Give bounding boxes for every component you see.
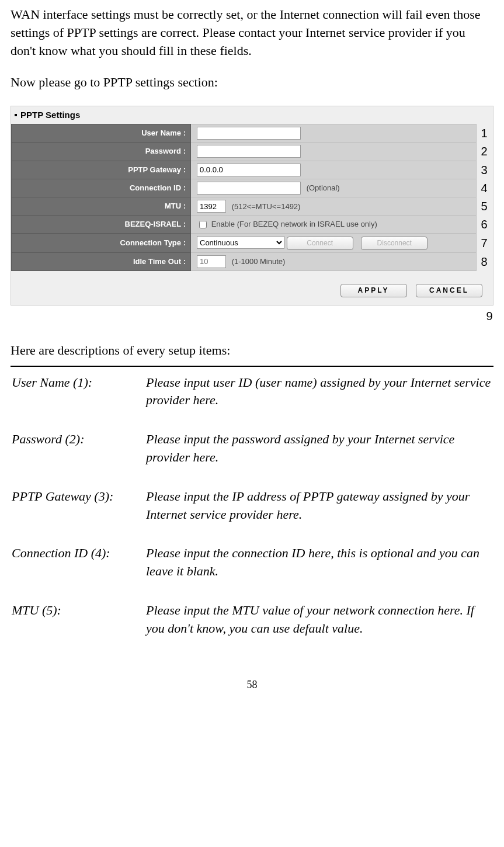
bullet-icon [15, 114, 17, 116]
mtu-input[interactable] [197, 200, 226, 213]
term-password: Password (2): [12, 427, 145, 470]
label-connection-id: Connection ID : [12, 179, 191, 197]
label-password: Password : [12, 143, 191, 161]
term-pptp-gateway: PPTP Gateway (3): [12, 484, 145, 527]
annot-3: 3 [477, 161, 493, 179]
password-input[interactable] [197, 145, 301, 158]
term-mtu: MTU (5): [12, 598, 145, 641]
intro-text: WAN interface settings must be correctly… [11, 6, 493, 60]
annot-1: 1 [477, 124, 493, 143]
definitions-table: User Name (1): Please input user ID (use… [11, 369, 493, 643]
term-connection-id: Connection ID (4): [12, 541, 145, 584]
apply-button[interactable]: APPLY [340, 284, 407, 297]
page-number: 58 [11, 678, 493, 692]
def-user-name: Please input user ID (user name) assigne… [146, 370, 492, 414]
section-prompt: Now please go to PPTP settings section: [11, 74, 493, 92]
label-user-name: User Name : [12, 124, 191, 143]
label-idle-timeout: Idle Time Out : [12, 252, 191, 270]
pptp-settings-panel: PPTP Settings User Name : 1 Password : 2… [11, 106, 493, 306]
panel-title-text: PPTP Settings [20, 109, 80, 121]
annot-2: 2 [477, 143, 493, 161]
annot-4: 4 [477, 179, 493, 197]
term-user-name: User Name (1): [12, 370, 145, 414]
annot-9: 9 [250, 308, 504, 324]
bezeq-checkbox[interactable] [199, 221, 207, 228]
def-connection-id: Please input the connection ID here, thi… [146, 541, 492, 584]
connection-id-input[interactable] [197, 182, 301, 195]
hint-idle-range: (1-1000 Minute) [232, 257, 286, 266]
separator [11, 366, 493, 367]
panel-title: PPTP Settings [11, 106, 493, 124]
hint-optional: (Optional) [307, 183, 340, 192]
connection-type-select[interactable]: Continuous [197, 236, 284, 249]
annot-8: 8 [477, 252, 493, 270]
label-connection-type: Connection Type : [12, 234, 191, 252]
annot-7: 7 [477, 234, 493, 252]
descriptions-heading: Here are descriptions of every setup ite… [11, 342, 493, 360]
idle-timeout-input[interactable] [197, 255, 226, 268]
annot-6: 6 [477, 216, 493, 234]
def-password: Please input the password assigned by yo… [146, 427, 492, 470]
hint-bezeq: Enable (For BEZEQ network in ISRAEL use … [211, 220, 377, 228]
pptp-gateway-input[interactable] [197, 164, 301, 176]
action-buttons: APPLY CANCEL [340, 280, 483, 298]
annot-5: 5 [477, 197, 493, 215]
label-bezeq: BEZEQ-ISRAEL : [12, 216, 191, 234]
disconnect-button[interactable]: Disconnect [361, 237, 427, 250]
def-pptp-gateway: Please input the IP address of PPTP gate… [146, 484, 492, 527]
connect-button[interactable]: Connect [287, 237, 353, 250]
settings-table: User Name : 1 Password : 2 PPTP Gateway … [11, 124, 493, 271]
hint-mtu-range: (512<=MTU<=1492) [232, 202, 301, 211]
def-mtu: Please input the MTU value of your netwo… [146, 598, 492, 641]
label-pptp-gateway: PPTP Gateway : [12, 161, 191, 179]
label-mtu: MTU : [12, 197, 191, 215]
cancel-button[interactable]: CANCEL [416, 284, 482, 297]
user-name-input[interactable] [197, 127, 301, 140]
